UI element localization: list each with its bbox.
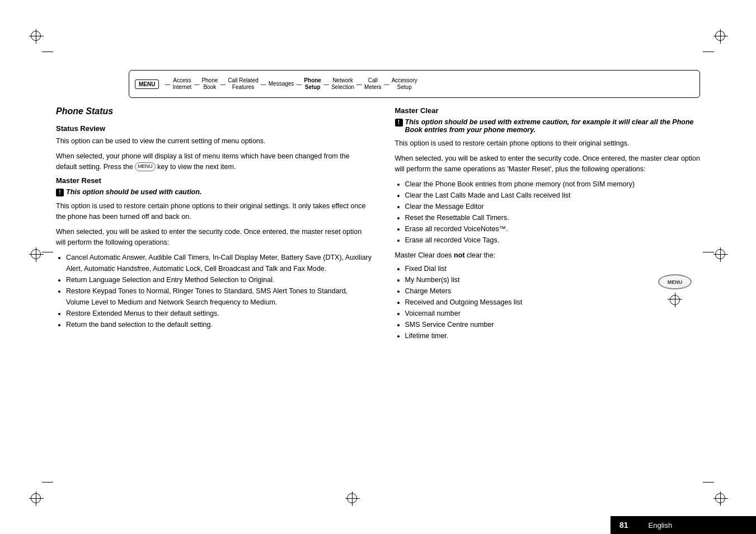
menu-button-oval: MENU <box>658 274 692 289</box>
corner-mark-ml <box>31 249 41 259</box>
master-clear-warning-text: ! This option should be used with extrem… <box>395 118 712 134</box>
list-item: Restore Extended Menus to their default … <box>66 308 373 319</box>
nav-arrow-6: — <box>356 81 362 87</box>
list-item: Clear the Phone Book entries from phone … <box>405 179 712 190</box>
list-item: Clear the Last Calls Made and Last Calls… <box>405 190 712 201</box>
master-reset-p1: This option is used to restore certain p… <box>56 201 373 222</box>
nav-label-phone-book: Phone Book <box>201 77 218 91</box>
list-item: Return the band selection to the default… <box>66 319 373 330</box>
list-item: Cancel Automatic Answer, Audible Call Ti… <box>66 252 373 274</box>
corner-mark-bl <box>31 493 41 503</box>
master-reset-warning: ! This option should be used with cautio… <box>56 188 373 196</box>
list-item: Restore Keypad Tones to Normal, Ringer T… <box>66 285 373 308</box>
nav-label-messages: Messages <box>269 81 294 87</box>
nav-label-phone-setup: Phone Setup <box>304 77 321 91</box>
nav-arrow-5: — <box>323 81 329 87</box>
nav-arrow-1: — <box>194 81 199 87</box>
list-item: Voicemail number <box>405 308 712 319</box>
master-clear-warning: ! This option should be used with extrem… <box>395 118 712 134</box>
nav-label-related-features: Call Related Features <box>228 77 258 91</box>
master-clear-warning-label: This option should be used with extreme … <box>405 118 712 134</box>
page-number: 81 <box>611 516 637 534</box>
list-item: Return Language Selection and Entry Meth… <box>66 274 373 285</box>
nav-breadcrumb: MENU — Access Internet — Phone Book — Ca… <box>129 67 700 101</box>
nav-label-access-internet: Access Internet <box>172 77 191 91</box>
section-title-master-clear: Master Clear <box>395 106 712 115</box>
warning-icon: ! <box>56 189 64 196</box>
footer-bar: 81 English <box>611 516 756 534</box>
master-clear-p1: This option is used to restore certain p… <box>395 138 712 149</box>
page: MENU — Access Internet — Phone Book — Ca… <box>0 0 756 534</box>
list-item: Clear the Message Editor <box>405 201 712 212</box>
menu-key-icon: MENU <box>135 162 156 171</box>
list-item: Lifetime timer. <box>405 330 712 341</box>
nav-label-call-meters: Call Meters <box>364 77 382 91</box>
master-reset-list: Cancel Automatic Answer, Audible Call Ti… <box>66 252 373 330</box>
list-item: Fixed Dial list <box>405 263 712 274</box>
section-status-review: Status Review This option can be used to… <box>56 124 373 172</box>
edge-mark-tr <box>703 51 714 52</box>
not-clear-label: Master Clear does not clear the: <box>395 250 712 261</box>
nav-arrow-3: — <box>261 81 266 87</box>
menu-button-label: MENU <box>668 279 683 285</box>
nav-arrow-4: — <box>296 81 302 87</box>
nav-item-related-features[interactable]: Call Related Features <box>228 77 258 91</box>
nav-label-network-selection: Network Selection <box>331 77 354 91</box>
nav-item-accessory-setup[interactable]: Accessory Setup <box>392 77 417 91</box>
edge-mark-bl <box>42 482 53 483</box>
nav-arrow-0: — <box>165 81 170 87</box>
section-master-reset: Master Reset ! This option should be use… <box>56 176 373 330</box>
list-item: SMS Service Centre number <box>405 319 712 330</box>
nav-item-call-meters[interactable]: Call Meters <box>364 77 382 91</box>
edge-mark-tl <box>42 51 53 52</box>
corner-mark-bm <box>347 493 357 503</box>
nav-item-messages[interactable]: Messages <box>269 81 294 87</box>
status-review-p2: When selected, your phone will display a… <box>56 151 373 172</box>
master-reset-p2: When selected, you will be asked to ente… <box>56 227 373 248</box>
master-reset-warning-label: This option should be used with caution. <box>66 188 201 196</box>
master-clear-p2: When selected, you will be asked to ente… <box>395 153 712 175</box>
nav-item-phone-setup[interactable]: Phone Setup <box>304 77 321 91</box>
list-item: Reset the Resettable Call Timers. <box>405 212 712 223</box>
nav-arrow-7: — <box>384 81 389 87</box>
list-item: Erase all recorded Voice Tags. <box>405 235 712 246</box>
master-clear-clears-list: Clear the Phone Book entries from phone … <box>405 179 712 246</box>
nav-label-accessory-setup: Accessory Setup <box>392 77 417 91</box>
page-title: Phone Status <box>56 106 373 116</box>
corner-mark-tl <box>31 31 41 41</box>
section-title-status-review: Status Review <box>56 124 373 133</box>
section-title-master-reset: Master Reset <box>56 176 373 185</box>
master-reset-warning-text: ! This option should be used with cautio… <box>56 188 373 196</box>
nav-item-network-selection[interactable]: Network Selection <box>331 77 354 91</box>
nav-arrow-2: — <box>220 81 226 87</box>
corner-mark-mr <box>715 249 725 259</box>
menu-button-graphic: MENU <box>650 274 700 302</box>
left-column: Phone Status Status Review This option c… <box>56 106 373 489</box>
nav-item-phone-book[interactable]: Phone Book <box>201 77 218 91</box>
corner-mark-br <box>715 493 725 503</box>
main-content: Phone Status Status Review This option c… <box>56 106 711 489</box>
nav-item-access-internet[interactable]: Access Internet <box>172 77 191 91</box>
status-review-p1: This option can be used to view the curr… <box>56 136 373 147</box>
list-item: Erase all recorded VoiceNotes™. <box>405 223 712 235</box>
section-master-clear: Master Clear ! This option should be use… <box>395 106 712 341</box>
not-clear-bold: not <box>454 251 464 259</box>
language-label: English <box>637 516 756 534</box>
edge-mark-ml <box>42 252 53 252</box>
warning-icon-2: ! <box>395 119 403 127</box>
nav-menu-label: MENU <box>135 79 159 89</box>
corner-mark-tr <box>715 31 725 41</box>
